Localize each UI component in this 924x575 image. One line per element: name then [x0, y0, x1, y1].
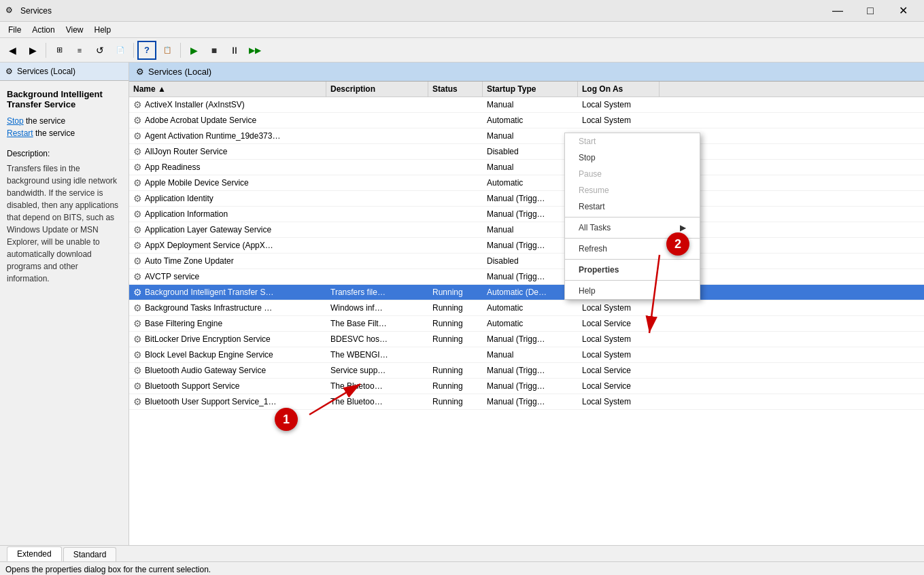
ctx-stop[interactable]: Stop [565, 150, 700, 166]
minimize-button[interactable]: — [822, 0, 853, 22]
cell-desc: BDESVC hos… [326, 332, 428, 346]
ctx-help[interactable]: Help [565, 283, 700, 299]
services-table[interactable]: Name ▲ Description Status Startup Type L… [129, 82, 924, 545]
restart-link[interactable]: Restart [7, 128, 33, 138]
back-button[interactable]: ◀ [3, 41, 22, 60]
table-row[interactable]: Agent Activation Runtime_19de373… Manual… [129, 128, 924, 144]
restart-service-button[interactable]: ▶▶ [245, 41, 264, 60]
menu-view[interactable]: View [61, 24, 89, 36]
cell-startup: Manual (Trigg… [483, 332, 578, 346]
cell-name: Adobe Acrobat Update Service [129, 113, 326, 128]
start-service-button[interactable]: ▶ [184, 41, 203, 60]
cell-startup: Manual [483, 129, 578, 143]
cell-logon: Local Service [578, 317, 660, 330]
stop-link-suffix: the service [26, 116, 65, 126]
maximize-button[interactable]: □ [855, 0, 886, 22]
list-view-button[interactable]: ≡ [70, 41, 89, 60]
table-row[interactable]: Bluetooth Support Service The Bluetoo… R… [129, 379, 924, 394]
col-header-name[interactable]: Name ▲ [129, 82, 326, 97]
show-panes-button[interactable]: ⊞ [50, 41, 69, 60]
restart-link-suffix: the service [35, 128, 75, 138]
menu-action[interactable]: Action [27, 24, 60, 36]
cell-desc: The WBENGI… [326, 348, 428, 362]
stop-service-button[interactable]: ■ [205, 41, 224, 60]
ctx-restart[interactable]: Restart [565, 198, 700, 215]
cell-desc: The Bluetoo… [326, 379, 428, 393]
cell-startup: Manual (Trigg… [483, 207, 578, 221]
cell-status [428, 259, 483, 263]
table-row[interactable]: Application Information Manual (Trigg… L… [129, 207, 924, 222]
table-row[interactable]: Bluetooth User Support Service_1… The Bl… [129, 394, 924, 410]
cell-desc [326, 228, 428, 232]
table-row[interactable]: Application Identity Manual (Trigg… Loca… [129, 191, 924, 207]
pause-service-button[interactable]: ⏸ [225, 41, 244, 60]
ctx-sep-1 [565, 217, 700, 217]
cell-name: Application Information [129, 207, 326, 222]
cell-status [428, 150, 483, 154]
table-row[interactable]: AllJoyn Router Service Disabled Local Se… [129, 144, 924, 160]
cell-status [428, 118, 483, 122]
table-row[interactable]: AppX Deployment Service (AppX… Manual (T… [129, 238, 924, 254]
col-header-status[interactable]: Status [428, 82, 483, 97]
cell-logon: Local System [578, 348, 660, 362]
cell-desc [326, 196, 428, 201]
table-row[interactable]: Block Level Backup Engine Service The WB… [129, 347, 924, 363]
refresh-button[interactable]: ↺ [90, 41, 109, 60]
table-row[interactable]: Background Tasks Infrastructure … Window… [129, 300, 924, 316]
tab-standard[interactable]: Standard [63, 547, 117, 561]
cell-desc [326, 103, 428, 107]
service-icon [133, 146, 142, 157]
service-icon [133, 256, 142, 266]
menu-file[interactable]: File [3, 24, 27, 36]
ctx-resume[interactable]: Resume [565, 182, 700, 198]
menu-help[interactable]: Help [89, 24, 117, 36]
cell-startup: Manual (Trigg… [483, 239, 578, 252]
service-name: Auto Time Zone Updater [145, 256, 234, 266]
right-panel-title: Services (Local) [148, 67, 211, 77]
service-icon [133, 334, 142, 345]
service-icon [133, 177, 142, 188]
properties-button[interactable]: 📋 [158, 41, 177, 60]
table-row[interactable]: Base Filtering Engine The Base Filt… Run… [129, 316, 924, 332]
table-row[interactable]: Bluetooth Audio Gateway Service Service … [129, 363, 924, 379]
close-button[interactable]: ✕ [887, 0, 919, 22]
table-row[interactable]: Background Intelligent Transfer S… Trans… [129, 285, 924, 300]
cell-logon: Local System [578, 395, 660, 408]
table-row[interactable]: BitLocker Drive Encryption Service BDESV… [129, 332, 924, 347]
status-text: Opens the properties dialog box for the … [5, 565, 211, 574]
left-panel-title: Services (Local) [17, 67, 75, 76]
table-row[interactable]: ActiveX Installer (AxInstSV) Manual Loca… [129, 97, 924, 113]
service-name: Adobe Acrobat Update Service [145, 116, 256, 125]
col-header-startup[interactable]: Startup Type [483, 82, 578, 97]
col-header-logon[interactable]: Log On As [578, 82, 660, 97]
ctx-properties[interactable]: Properties [565, 262, 700, 278]
service-icon [133, 318, 142, 329]
service-name: Application Layer Gateway Service [145, 225, 271, 234]
cell-desc [326, 243, 428, 247]
table-row[interactable]: Application Layer Gateway Service Manual… [129, 222, 924, 238]
ctx-start[interactable]: Start [565, 133, 700, 150]
stop-link[interactable]: Stop [7, 116, 24, 126]
help-button[interactable]: ? [137, 41, 156, 60]
cell-desc: Service supp… [326, 364, 428, 377]
main-container: ⚙ Services (Local) Background Intelligen… [0, 63, 924, 545]
cell-logon: Local System [578, 98, 660, 111]
forward-button[interactable]: ▶ [23, 41, 42, 60]
cell-name: Auto Time Zone Updater [129, 254, 326, 268]
table-row[interactable]: App Readiness Manual Local System [129, 160, 924, 175]
left-panel: ⚙ Services (Local) Background Intelligen… [0, 63, 129, 545]
cell-logon: Local Service [578, 364, 660, 377]
service-name: App Readiness [145, 162, 200, 172]
service-name: Bluetooth Support Service [145, 381, 239, 391]
table-row[interactable]: AVCTP service Manual (Trigg… Local Servi… [129, 269, 924, 285]
service-icon [133, 396, 142, 407]
export-button[interactable]: 📄 [111, 41, 130, 60]
col-header-desc[interactable]: Description [326, 82, 428, 97]
service-icon [133, 209, 142, 220]
table-row[interactable]: Adobe Acrobat Update Service Automatic L… [129, 113, 924, 128]
ctx-pause[interactable]: Pause [565, 166, 700, 182]
service-name: ActiveX Installer (AxInstSV) [145, 100, 245, 109]
table-row[interactable]: Apple Mobile Device Service Automatic Lo… [129, 175, 924, 191]
tab-extended[interactable]: Extended [7, 546, 62, 561]
table-row[interactable]: Auto Time Zone Updater Disabled Local Se… [129, 254, 924, 269]
